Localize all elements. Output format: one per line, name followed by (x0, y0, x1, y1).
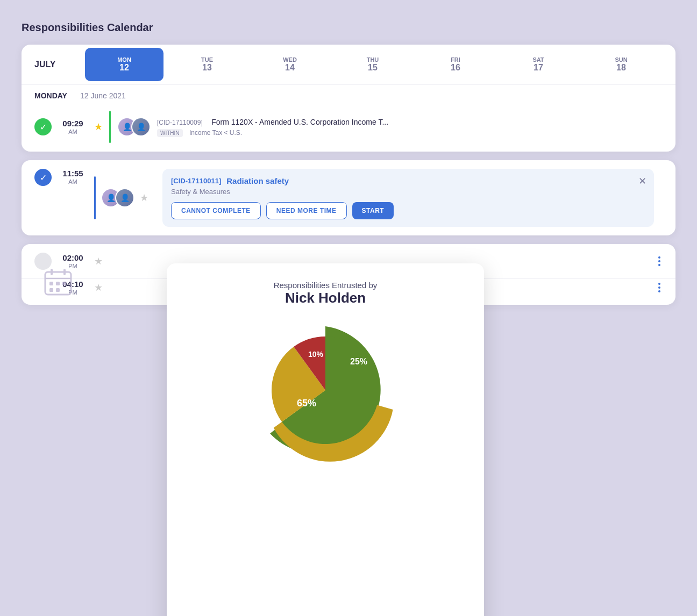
modal-overlay: Responsibilities Entrusted by Nick Holde… (167, 263, 484, 616)
left-accent-1 (109, 111, 111, 143)
selected-day-date: 12 June 2021 (80, 91, 126, 100)
month-label: JULY (34, 50, 83, 79)
day-tab-thu[interactable]: THU 15 (333, 48, 412, 81)
event-cid-1: [CID-17110009] (157, 119, 203, 126)
svg-rect-4 (49, 282, 53, 285)
svg-rect-2 (63, 269, 66, 275)
star-icon-1[interactable]: ★ (94, 121, 103, 133)
star-icon-4[interactable]: ★ (94, 282, 103, 293)
check-circle-2: ✓ (34, 169, 52, 186)
svg-text:65%: 65% (297, 398, 316, 409)
avatar-1b: 👤 (131, 117, 151, 137)
event-category-1: Income Tax < U.S. (189, 129, 242, 137)
event-time-1: 09:29 AM (58, 119, 88, 135)
dot-3 (658, 264, 660, 266)
expanded-event-category: Safety & Measures (171, 188, 645, 196)
day-tab-mon[interactable]: MON 12 (85, 48, 163, 81)
check-circle-1: ✓ (34, 118, 52, 135)
event-details-1: [CID-17110009] Form 1120X - Amended U.S.… (157, 117, 663, 137)
event-hour-3: 02:00 (62, 253, 83, 262)
calendar-icon (43, 267, 73, 303)
check-icon-1: ✓ (40, 122, 47, 132)
pie-chart-svg: 65% 25% 10% (255, 320, 395, 460)
day-info-row: MONDAY 12 June 2021 (22, 85, 675, 104)
svg-rect-6 (62, 282, 66, 285)
svg-text:25%: 25% (350, 357, 367, 366)
expanded-event-card: [CID-17110011] Radiation safety Safety &… (162, 169, 654, 227)
svg-text:10%: 10% (308, 350, 324, 359)
avatar-2b: 👤 (115, 188, 134, 207)
three-dots-3[interactable] (656, 254, 663, 268)
event-card-2: ✓ 11:55 AM 👤 👤 ★ [CID-17110011] (22, 160, 675, 235)
three-dots-4[interactable] (656, 281, 663, 295)
cannot-complete-button[interactable]: CANNOT COMPLETE (171, 202, 261, 219)
avatars-1: 👤 👤 (117, 117, 151, 137)
day-tab-wed[interactable]: WED 14 (251, 48, 329, 81)
svg-rect-7 (49, 288, 53, 292)
need-more-time-button[interactable]: NEED MORE TIME (266, 202, 347, 219)
avatars-2: 👤 👤 (101, 188, 134, 207)
event-row-1: ✓ 09:29 AM ★ 👤 👤 [CID-17110009] Form 112… (22, 104, 675, 152)
expanded-event-cid: [CID-17110011] (171, 177, 221, 185)
event-hour-1: 09:29 (62, 119, 83, 128)
expanded-event-title: Radiation safety (226, 176, 289, 185)
calendar-card: JULY MON 12 TUE 13 WED 14 THU 15 FRI 16 (22, 45, 675, 152)
event-ampm-1: AM (58, 128, 88, 135)
start-button[interactable]: START (352, 202, 394, 219)
pie-chart-container: 65% 25% 10% (180, 315, 471, 465)
main-container: Responsibilities Calendar JULY MON 12 TU… (22, 22, 675, 313)
svg-rect-5 (56, 282, 60, 285)
left-accent-2 (94, 176, 96, 219)
check-icon-2: ✓ (40, 173, 47, 183)
dot-1 (658, 256, 660, 259)
svg-rect-8 (56, 288, 60, 292)
dot-5 (658, 286, 660, 289)
selected-day-name: MONDAY (34, 91, 67, 100)
star-icon-2[interactable]: ★ (140, 192, 148, 204)
star-icon-3[interactable]: ★ (94, 255, 103, 267)
action-buttons: CANNOT COMPLETE NEED MORE TIME START (171, 202, 645, 219)
dot-6 (658, 290, 660, 292)
event-tag-within: WITHIN (157, 129, 183, 137)
dot-2 (658, 260, 660, 262)
event-hour-2: 11:55 (62, 169, 83, 178)
event-ampm-2: AM (58, 178, 88, 185)
day-tab-fri[interactable]: FRI 16 (416, 48, 495, 81)
expanded-event-header: [CID-17110011] Radiation safety (171, 176, 645, 185)
week-header: JULY MON 12 TUE 13 WED 14 THU 15 FRI 16 (22, 45, 675, 85)
modal-name: Nick Holden (180, 290, 471, 306)
day-tab-sat[interactable]: SAT 17 (499, 48, 578, 81)
page-title: Responsibilities Calendar (22, 22, 675, 34)
close-button[interactable]: ✕ (638, 175, 646, 187)
day-tab-sun[interactable]: SUN 18 (582, 48, 660, 81)
modal-subtitle: Responsibilities Entrusted by (180, 281, 471, 290)
event-title-1: Form 1120X - Amended U.S. Corporation In… (211, 118, 388, 126)
day-tab-tue[interactable]: TUE 13 (168, 48, 246, 81)
dot-4 (658, 283, 660, 285)
event-time-2: 11:55 AM (58, 169, 88, 185)
svg-rect-1 (51, 269, 53, 275)
event-header-1: [CID-17110009] Form 1120X - Amended U.S.… (157, 117, 663, 127)
event-tags-1: WITHIN Income Tax < U.S. (157, 127, 663, 137)
